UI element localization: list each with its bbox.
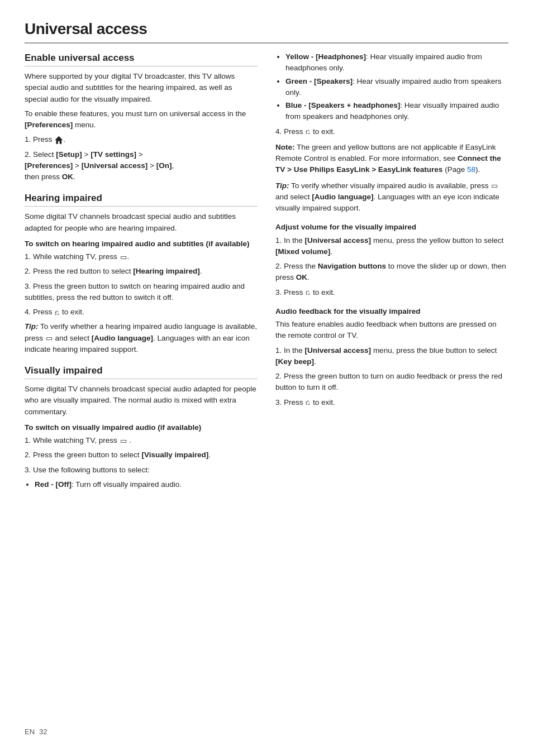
hearing-tip: Tip: To verify whether a hearing impaire… [25, 321, 258, 355]
audio-feedback-intro: This feature enables audio feedback when… [275, 319, 508, 342]
right-bold-yellow: Yellow - [Headphones] [285, 52, 366, 61]
visually-step-3: 3. Use the following buttons to select: [25, 465, 258, 476]
adjust-bold-ok: OK [296, 273, 307, 281]
hearing-sub-heading: To switch on hearing impaired audio and … [25, 238, 258, 250]
adjust-heading: Adjust volume for the visually impaired [275, 222, 508, 233]
page-footer: EN 32 [25, 728, 508, 736]
menu-icon-3: ▭ [120, 436, 127, 447]
right-bold-green: Green - [Speakers] [285, 77, 353, 85]
section-adjust-volume: Adjust volume for the visually impaired … [275, 222, 508, 298]
enable-bold-on: [On] [156, 161, 172, 170]
left-column: Enable universal access Where supported … [25, 49, 258, 717]
two-column-layout: Enable universal access Where supported … [25, 49, 508, 717]
audio-feedback-step-3: 3. Press ⎌ to exit. [275, 397, 508, 408]
hearing-para-1: Some digital TV channels broadcast speci… [25, 211, 258, 234]
enable-bold-setup: [Setup] [56, 150, 82, 159]
page: Universal access Enable universal access… [0, 0, 533, 756]
adjust-bold-mv: [Mixed volume] [275, 247, 330, 256]
af-bold-ua: [Universal access] [305, 346, 372, 355]
right-bullet-green: Green - [Speakers]: Hear visually impair… [285, 76, 508, 99]
menu-icon-1: ▭ [120, 252, 127, 263]
audio-feedback-step-1: 1. In the [Universal access] menu, press… [275, 345, 508, 368]
visually-step-2: 2. Press the green button to select [Vis… [25, 449, 258, 461]
menu-icon-4: ▭ [491, 180, 498, 192]
back-icon-1: ⎌ [55, 307, 59, 318]
af-bold-kb: [Key beep] [275, 357, 314, 366]
visually-sub-heading: To switch on visually impaired audio (if… [25, 422, 258, 433]
adjust-step-1: 1. In the [Universal access] menu, press… [275, 235, 508, 258]
hearing-tip-label: Tip: [25, 322, 39, 331]
audio-feedback-heading: Audio feedback for the visually impaired [275, 306, 508, 317]
hearing-step-1: 1. While watching TV, press ▭. [25, 251, 258, 262]
right-tip-label: Tip: [275, 181, 289, 190]
enable-para-2: To enable these features, you must turn … [25, 108, 258, 131]
enable-para-1: Where supported by your digital TV broad… [25, 71, 258, 105]
footer-page-num: 32 [39, 728, 47, 736]
visually-step-1: 1. While watching TV, press ▭ . [25, 435, 258, 446]
enable-bold-preferences: [Preferences] [25, 121, 73, 129]
adjust-bold-ua: [Universal access] [305, 236, 372, 245]
hearing-step-4: 4. Press ⎌ to exit. [25, 307, 258, 318]
right-bullet-list: Yellow - [Headphones]: Hear visually imp… [285, 51, 508, 123]
hearing-step-2: 2. Press the red button to select [Heari… [25, 266, 258, 277]
footer-lang: EN [25, 728, 35, 736]
page-title: Universal access [25, 20, 508, 44]
visually-bold-vi: [Visually impaired] [141, 451, 208, 459]
hearing-bold-audiolang: [Audio language] [92, 334, 153, 342]
back-icon-3: ⎌ [306, 287, 310, 298]
visually-bullet-red: Red - [Off]: Turn off visually impaired … [35, 479, 258, 490]
right-note: Note: The green and yellow buttons are n… [275, 142, 508, 176]
enable-step-1: 1. Press . [25, 134, 258, 145]
right-bullet-yellow: Yellow - [Headphones]: Hear visually imp… [285, 51, 508, 74]
hearing-step-3: 3. Press the green button to switch on h… [25, 281, 258, 304]
section-title-visually: Visually impaired [25, 365, 258, 379]
right-column: Yellow - [Headphones]: Hear visually imp… [275, 49, 508, 717]
adjust-step-3: 3. Press ⎌ to exit. [275, 287, 508, 298]
note-label: Note: [275, 143, 295, 151]
note-page-link[interactable]: 58 [467, 165, 475, 174]
section-title-hearing: Hearing impaired [25, 193, 258, 207]
section-hearing: Hearing impaired Some digital TV channel… [25, 193, 258, 355]
menu-icon-2: ▭ [46, 333, 53, 344]
section-title-enable: Enable universal access [25, 52, 258, 66]
visually-bold-red: Red - [Off] [35, 480, 72, 489]
enable-bold-tvsettings: [TV settings] [91, 150, 136, 159]
home-icon [55, 136, 63, 144]
visually-bullet-list: Red - [Off]: Turn off visually impaired … [35, 479, 258, 490]
right-step-4: 4. Press ⎌ to exit. [275, 126, 508, 137]
hearing-bold-hi: [Hearing impaired] [133, 267, 199, 275]
audio-feedback-step-2: 2. Press the green button to turn on aud… [275, 371, 508, 394]
enable-bold-preferences2: [Preferences] [25, 161, 73, 170]
right-bullet-blue: Blue - [Speakers + headphones]: Hear vis… [285, 100, 508, 123]
section-audio-feedback: Audio feedback for the visually impaired… [275, 306, 508, 408]
visually-para-1: Some digital TV channels broadcast speci… [25, 384, 258, 418]
right-bold-blue: Blue - [Speakers + headphones] [285, 101, 400, 109]
enable-step-2: 2. Select [Setup] > [TV settings] > [Pre… [25, 149, 258, 183]
adjust-bold-nav: Navigation buttons [318, 262, 386, 270]
section-visually: Visually impaired Some digital TV channe… [25, 365, 258, 490]
back-icon-2: ⎌ [306, 126, 310, 137]
enable-bold-ua: [Universal access] [82, 161, 148, 170]
back-icon-4: ⎌ [306, 397, 310, 408]
adjust-step-2: 2. Press the Navigation buttons to move … [275, 261, 508, 284]
enable-bold-ok: OK [62, 173, 73, 181]
right-tip-bold-audiolang: [Audio language] [312, 193, 373, 201]
section-enable: Enable universal access Where supported … [25, 52, 258, 183]
right-tip: Tip: To verify whether visually impaired… [275, 180, 508, 214]
